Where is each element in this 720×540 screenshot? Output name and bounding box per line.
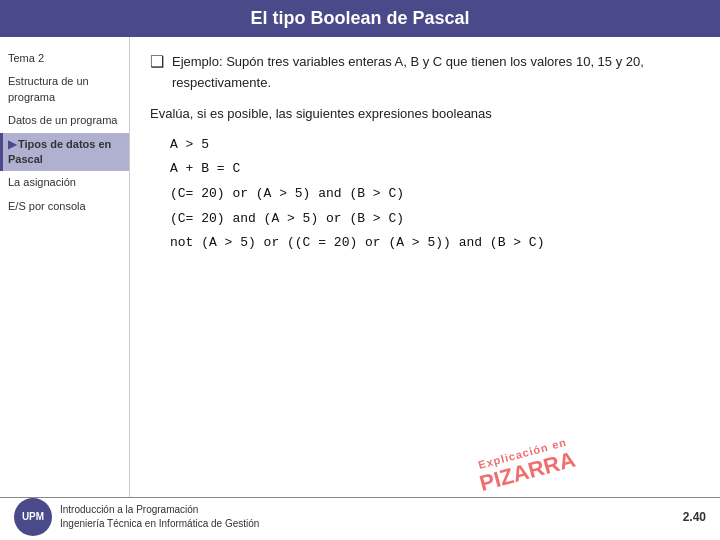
logo-icon: UPM bbox=[14, 498, 52, 536]
eval-title: Evalúa, si es posible, las siguientes ex… bbox=[150, 106, 700, 121]
code-line-5: not (A > 5) or ((C = 20) or (A > 5)) and… bbox=[170, 231, 700, 256]
code-line-4: (C= 20) and (A > 5) or (B > C) bbox=[170, 207, 700, 232]
footer-line2: Ingeniería Técnica en Informática de Ges… bbox=[60, 517, 259, 531]
main-layout: Tema 2 Estructura de un programa Datos d… bbox=[0, 37, 720, 497]
footer-line1: Introducción a la Programación bbox=[60, 503, 259, 517]
sidebar-item-tipos[interactable]: ▶Tipos de datos en Pascal bbox=[0, 133, 129, 172]
sidebar-tema-label: Tema 2 bbox=[0, 47, 129, 70]
code-line-2: A + B = C bbox=[170, 157, 700, 182]
sidebar-item-label: Tipos de datos en Pascal bbox=[8, 138, 111, 165]
arrow-icon: ▶ bbox=[8, 137, 16, 152]
sidebar-item-es[interactable]: E/S por consola bbox=[0, 195, 129, 218]
header-title: El tipo Boolean de Pascal bbox=[250, 8, 469, 28]
sidebar-item-estructura[interactable]: Estructura de un programa bbox=[0, 70, 129, 109]
sidebar-item-label: Estructura de un programa bbox=[8, 75, 89, 102]
code-line-3: (C= 20) or (A > 5) and (B > C) bbox=[170, 182, 700, 207]
sidebar-item-label: La asignación bbox=[8, 176, 76, 188]
footer-page-number: 2.40 bbox=[683, 510, 706, 524]
sidebar-item-label: E/S por consola bbox=[8, 200, 86, 212]
sidebar-item-datos[interactable]: Datos de un programa bbox=[0, 109, 129, 132]
page-footer: UPM Introducción a la Programación Ingen… bbox=[0, 497, 720, 535]
code-block: A > 5 A + B = C (C= 20) or (A > 5) and (… bbox=[170, 133, 700, 256]
sidebar-item-asignacion[interactable]: La asignación bbox=[0, 171, 129, 194]
content-area: ❑ Ejemplo: Supón tres variables enteras … bbox=[130, 37, 720, 497]
page-header: El tipo Boolean de Pascal bbox=[0, 0, 720, 37]
sidebar-item-label: Datos de un programa bbox=[8, 114, 117, 126]
footer-text: Introducción a la Programación Ingenierí… bbox=[60, 503, 259, 531]
example-intro-text: Ejemplo: Supón tres variables enteras A,… bbox=[172, 52, 700, 94]
footer-left-group: UPM Introducción a la Programación Ingen… bbox=[14, 498, 259, 536]
example-intro-block: ❑ Ejemplo: Supón tres variables enteras … bbox=[150, 52, 700, 94]
code-line-1: A > 5 bbox=[170, 133, 700, 158]
sidebar: Tema 2 Estructura de un programa Datos d… bbox=[0, 37, 130, 497]
bullet-icon: ❑ bbox=[150, 52, 164, 94]
